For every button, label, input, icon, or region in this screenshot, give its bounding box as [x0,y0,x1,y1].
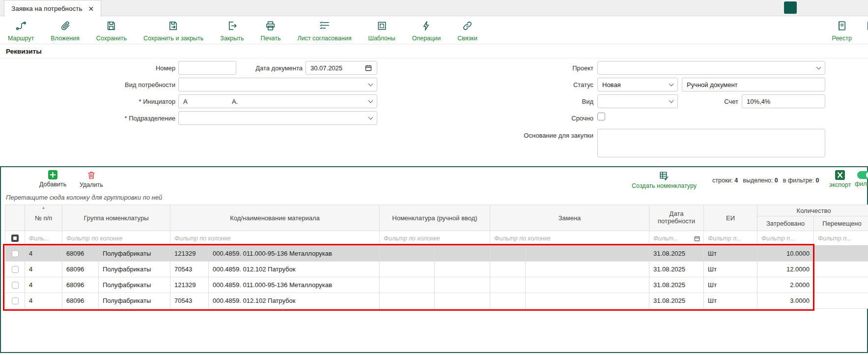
section-title-requisites: Реквизиты [6,48,42,55]
cell-nomenclature-name [435,262,490,277]
filter-date-input[interactable] [652,235,694,242]
status-select[interactable]: Новая [597,78,678,91]
doc-date-input[interactable]: 30.07.2025 [306,61,377,75]
need-type-select[interactable] [178,78,377,91]
links-button[interactable]: Связки [457,20,477,42]
cell-nomenclature-name [435,246,490,262]
manual-document-field[interactable]: Ручной документ [682,78,825,91]
close-button[interactable]: Закрыть [220,20,244,42]
add-row-label: Добавить [39,181,66,188]
column-header-date[interactable]: Дата потребности [649,205,704,231]
links-label: Связки [457,35,477,42]
purchase-basis-textarea[interactable] [597,129,825,157]
cell-requested: 10.0000 [757,246,814,262]
filter-replacement-cell [490,231,649,246]
filter-toggle[interactable] [857,171,868,179]
row-checkbox[interactable] [12,250,19,257]
save-button[interactable]: Сохранить [96,20,127,42]
create-nomenclature-icon [659,170,670,181]
cell-replacement-code [490,293,526,309]
department-label: * Подразделение [77,115,175,122]
cell-unit: Шт [704,262,757,277]
cell-unit: Шт [704,277,757,293]
table-row[interactable]: 4 68096 Полуфабрикаты 70543 000.4859. 01… [5,293,868,309]
row-checkbox[interactable] [12,266,19,273]
column-header-group[interactable]: Группа номенклатуры [62,205,170,231]
column-header-moved[interactable]: Перемещено [814,216,868,231]
cell-replacement-name [526,277,649,293]
column-header-num-label: № п/п [35,214,52,222]
export-label: экспорт [829,181,851,188]
cell-unit: Шт [704,293,757,309]
column-header-material[interactable]: Код/наименование материала [170,205,380,231]
column-header-replacement[interactable]: Замена [490,205,649,231]
toolbar-overflow-button[interactable]: О [866,20,868,42]
chevron-down-icon [368,115,373,119]
group-by-hint: Перетащите сюда колонку для группировки … [6,194,162,201]
cell-material-name: 000.4859. 011.000-95-136 Металлорукав [209,277,380,293]
save-close-button[interactable]: Сохранить и закрыть [143,20,203,42]
column-header-num[interactable]: ▲ № п/п [25,205,62,231]
cell-material-name: 000.4859. 011.000-95-136 Металлорукав [209,246,380,262]
filter-requested-input[interactable] [760,235,811,242]
print-button[interactable]: Печать [261,20,281,42]
trash-icon [86,170,96,180]
column-header-nomenclature[interactable]: Номенклатура (ручной ввод) [380,205,490,231]
cell-date: 31.08.2025 [649,277,704,293]
initiator-select[interactable]: А А. [178,94,377,108]
cell-group-code: 68096 [62,246,99,262]
urgent-checkbox[interactable] [597,113,605,120]
tab-close-icon[interactable]: ✕ [88,5,94,12]
column-header-unit[interactable]: ЕИ [704,205,757,231]
table-row[interactable]: 4 68096 Полуфабрикаты 121329 000.4859. 0… [5,277,868,293]
calendar-icon[interactable] [364,64,372,72]
table-row[interactable]: 4 68096 Полуфабрикаты 70543 000.4859. 01… [5,262,868,277]
account-input[interactable] [747,98,820,105]
cell-material-code: 121329 [170,246,209,262]
filter-unit-input[interactable] [707,235,754,242]
select-all-checkbox[interactable] [11,235,19,242]
cell-group-code: 68096 [62,277,99,293]
cell-nomenclature-code [380,293,435,309]
project-select[interactable] [597,61,825,75]
delete-row-button[interactable]: Удалить [80,170,103,188]
table-row[interactable]: 4 68096 Полуфабрикаты 121329 000.4859. 0… [5,246,868,262]
calendar-icon[interactable] [694,235,700,242]
select-all-cell [5,231,25,246]
filter-nomenclature-input[interactable] [383,235,487,242]
filter-group-input[interactable] [65,235,167,242]
export-excel-button[interactable]: экспорт [829,170,851,188]
chevron-down-icon [368,81,373,86]
row-checkbox[interactable] [12,282,19,289]
kind-label: Вид [495,98,593,105]
registry-button[interactable]: Реестр [832,20,852,42]
cell-check [5,293,25,309]
operations-button[interactable]: Операции [412,20,441,42]
cell-date: 31.08.2025 [649,262,704,277]
filter-num-input[interactable] [28,235,59,242]
save-icon [106,20,117,33]
filter-material-input[interactable] [173,235,376,242]
cell-check [5,277,25,293]
create-nomenclature-button[interactable]: Создать номенклатуру [621,170,707,189]
route-button[interactable]: Маршрут [8,20,34,42]
column-header-requested[interactable]: Затребовано [757,216,814,231]
filter-replacement-input[interactable] [493,235,646,242]
approval-sheet-button[interactable]: Лист согласования [297,20,351,42]
row-checkbox[interactable] [12,297,19,304]
templates-button[interactable]: Шаблоны [368,20,395,42]
print-label: Печать [261,35,281,42]
attachments-button[interactable]: Вложения [51,20,80,42]
add-row-button[interactable]: Добавить [39,170,66,188]
tab-request[interactable]: Заявка на потребность ✕ [4,0,101,17]
department-select[interactable] [178,111,377,125]
cell-moved [814,277,868,293]
requisites-form: Номер Дата документа 30.07.2025 Проект В… [0,61,868,159]
corner-accent-button[interactable] [784,1,797,14]
cell-nomenclature-code [380,277,435,293]
cell-group-name: Полуфабрикаты [99,246,170,262]
filter-moved-input[interactable] [817,235,867,242]
main-toolbar: Маршрут Вложения Сохранить Сохранить и з… [0,17,868,44]
filter-moved-cell [814,231,868,246]
delete-row-label: Удалить [80,181,103,188]
